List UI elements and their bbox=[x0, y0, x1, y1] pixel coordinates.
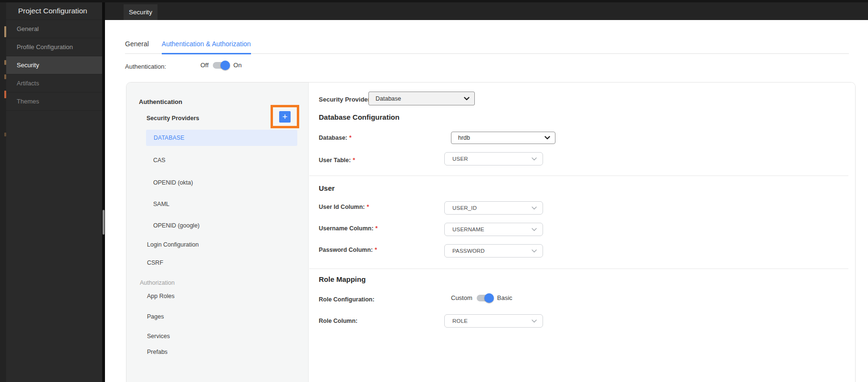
user-id-column-select[interactable]: USER_ID bbox=[444, 201, 543, 215]
dropdown-chevron-icon bbox=[464, 97, 470, 101]
nav-item-csrf[interactable]: CSRF bbox=[147, 259, 163, 266]
edge-icon-fragment bbox=[4, 60, 6, 65]
select-value: USER_ID bbox=[452, 205, 477, 211]
security-settings-card: Authentication Security Providers + DATA… bbox=[126, 82, 856, 382]
required-asterisk: * bbox=[375, 247, 377, 253]
dropdown-chevron-icon bbox=[532, 249, 537, 253]
nav-item-prefabs[interactable]: Prefabs bbox=[147, 349, 167, 355]
username-column-select[interactable]: USERNAME bbox=[444, 223, 543, 236]
user-section-heading: User bbox=[319, 184, 335, 192]
username-column-label: Username Column:* bbox=[319, 225, 377, 232]
switch-knob bbox=[484, 293, 494, 303]
select-value: ROLE bbox=[452, 318, 468, 324]
main-content: General Authentication & Authorization A… bbox=[105, 20, 868, 382]
tab-general[interactable]: General bbox=[125, 41, 149, 53]
field-label-text: User Table: bbox=[319, 157, 351, 164]
select-value: USER bbox=[452, 156, 468, 162]
user-id-column-label: User Id Column:* bbox=[319, 204, 369, 210]
required-asterisk: * bbox=[353, 157, 355, 164]
left-edge-bar bbox=[0, 0, 6, 382]
sidebar-item-artifacts[interactable]: Artifacts bbox=[6, 74, 102, 93]
plus-icon: + bbox=[282, 112, 287, 121]
nav-header-authentication: Authentication bbox=[139, 98, 182, 105]
authentication-toggle-group: Off On bbox=[200, 62, 241, 69]
switch-knob bbox=[220, 61, 230, 70]
select-value: Database bbox=[376, 95, 401, 102]
provider-item-database[interactable]: DATABASE bbox=[146, 130, 297, 146]
sidebar-item-profile-configuration[interactable]: Profile Configuration bbox=[6, 38, 102, 56]
toggle-off-label: Off bbox=[200, 62, 209, 69]
required-asterisk: * bbox=[349, 134, 352, 141]
select-value: USERNAME bbox=[452, 227, 484, 232]
dropdown-chevron-icon bbox=[532, 320, 537, 323]
user-table-select[interactable]: USER bbox=[444, 152, 543, 165]
provider-item-saml[interactable]: SAML bbox=[153, 201, 169, 207]
provider-item-cas[interactable]: CAS bbox=[153, 157, 166, 164]
provider-item-openid-okta[interactable]: OPENID (okta) bbox=[153, 179, 193, 186]
nav-header-security-providers: Security Providers bbox=[146, 115, 199, 122]
select-value: PASSWORD bbox=[452, 248, 485, 254]
field-label-text: Password Column: bbox=[319, 247, 373, 253]
dropdown-chevron-icon bbox=[532, 206, 537, 210]
role-mapping-heading: Role Mapping bbox=[319, 275, 366, 283]
authentication-nav-panel: Authentication Security Providers + DATA… bbox=[126, 83, 309, 382]
sidebar-gutter bbox=[102, 0, 105, 382]
nav-item-pages[interactable]: Pages bbox=[147, 313, 164, 320]
authentication-toggle-label: Authentication: bbox=[125, 63, 166, 70]
role-column-select[interactable]: ROLE bbox=[444, 314, 543, 328]
database-select[interactable]: hrdb bbox=[451, 132, 555, 144]
field-label-text: Database: bbox=[319, 134, 347, 141]
section-divider bbox=[309, 176, 848, 176]
nav-item-login-configuration[interactable]: Login Configuration bbox=[147, 241, 199, 248]
role-configuration-switch[interactable] bbox=[477, 295, 493, 301]
nav-item-services[interactable]: Services bbox=[147, 333, 170, 340]
database-field-label: Database:* bbox=[319, 134, 352, 141]
role-configuration-toggle-group: Custom Basic bbox=[451, 294, 512, 301]
required-asterisk: * bbox=[367, 204, 369, 210]
role-column-label: Role Column: bbox=[319, 318, 357, 324]
role-configuration-label: Role Configuration: bbox=[319, 296, 375, 303]
section-divider bbox=[309, 268, 848, 269]
top-window-strip bbox=[0, 0, 868, 2]
database-configuration-heading: Database Configuration bbox=[319, 113, 399, 121]
top-bar: Security bbox=[105, 0, 868, 20]
field-label-text: Username Column: bbox=[319, 225, 374, 232]
dropdown-chevron-icon bbox=[532, 228, 537, 231]
toggle-basic-label: Basic bbox=[497, 294, 512, 301]
dropdown-chevron-icon bbox=[544, 136, 550, 140]
authentication-switch[interactable] bbox=[213, 62, 229, 69]
sidebar-item-security[interactable]: Security bbox=[6, 56, 102, 74]
add-provider-button[interactable]: + bbox=[279, 111, 291, 123]
toggle-custom-label: Custom bbox=[451, 294, 472, 301]
provider-item-openid-google[interactable]: OPENID (google) bbox=[153, 222, 199, 229]
sidebar-item-themes[interactable]: Themes bbox=[6, 93, 102, 111]
toggle-on-label: On bbox=[233, 62, 241, 69]
field-label-text: User Id Column: bbox=[319, 204, 365, 210]
database-provider-form: Security Provider Database Database Conf… bbox=[309, 83, 855, 382]
nav-item-app-roles[interactable]: App Roles bbox=[147, 293, 175, 299]
top-tab-security[interactable]: Security bbox=[124, 4, 157, 20]
edge-icon-fragment bbox=[4, 74, 6, 79]
edge-icon-fragment bbox=[4, 26, 6, 37]
required-asterisk: * bbox=[376, 225, 378, 232]
nav-header-authorization: Authorization bbox=[140, 279, 175, 286]
panel-resize-handle[interactable] bbox=[103, 210, 105, 235]
annotation-highlight-box: + bbox=[271, 105, 299, 128]
user-table-field-label: User Table:* bbox=[319, 157, 355, 164]
dropdown-chevron-icon bbox=[532, 157, 537, 161]
password-column-label: Password Column:* bbox=[319, 247, 377, 253]
project-config-sidebar: Project Configuration General Profile Co… bbox=[6, 0, 102, 382]
password-column-select[interactable]: PASSWORD bbox=[444, 244, 543, 258]
security-provider-label: Security Provider bbox=[319, 96, 370, 103]
sidebar-title: Project Configuration bbox=[6, 0, 102, 20]
edge-icon-fragment bbox=[4, 91, 6, 98]
select-value: hrdb bbox=[458, 134, 470, 141]
edge-icon-fragment bbox=[4, 133, 6, 136]
security-tab-bar: General Authentication & Authorization bbox=[125, 41, 849, 54]
security-provider-select[interactable]: Database bbox=[368, 92, 475, 105]
sidebar-item-general[interactable]: General bbox=[6, 20, 102, 38]
tab-authentication-authorization[interactable]: Authentication & Authorization bbox=[162, 41, 251, 54]
